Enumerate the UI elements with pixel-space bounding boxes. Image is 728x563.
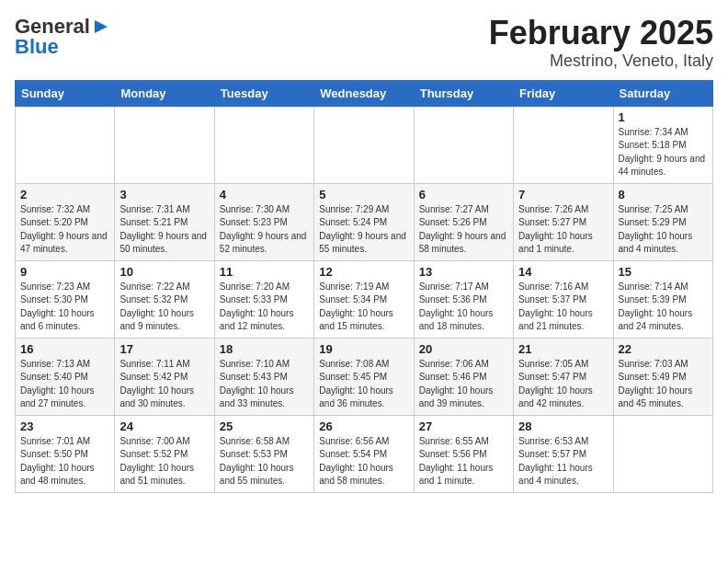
- day-info: Sunrise: 7:29 AM Sunset: 5:24 PM Dayligh…: [319, 203, 408, 257]
- day-info: Sunrise: 7:27 AM Sunset: 5:26 PM Dayligh…: [419, 203, 508, 257]
- day-info: Sunrise: 7:26 AM Sunset: 5:27 PM Dayligh…: [518, 203, 608, 257]
- day-number: 13: [419, 265, 508, 279]
- calendar-cell: 23Sunrise: 7:01 AM Sunset: 5:50 PM Dayli…: [16, 415, 115, 492]
- weekday-header-monday: Monday: [115, 80, 214, 106]
- day-number: 2: [20, 188, 109, 201]
- day-info: Sunrise: 6:56 AM Sunset: 5:54 PM Dayligh…: [319, 435, 408, 488]
- day-number: 27: [419, 419, 508, 433]
- weekday-header-saturday: Saturday: [613, 80, 712, 106]
- day-info: Sunrise: 7:01 AM Sunset: 5:50 PM Dayligh…: [20, 435, 109, 488]
- day-info: Sunrise: 7:23 AM Sunset: 5:30 PM Dayligh…: [20, 281, 109, 334]
- day-number: 4: [220, 188, 309, 201]
- calendar-cell: [115, 106, 214, 183]
- day-number: 10: [119, 265, 209, 279]
- day-info: Sunrise: 7:20 AM Sunset: 5:33 PM Dayligh…: [220, 281, 309, 334]
- weekday-header-friday: Friday: [514, 80, 613, 106]
- calendar-week-3: 9Sunrise: 7:23 AM Sunset: 5:30 PM Daylig…: [16, 260, 713, 338]
- logo: General Blue: [15, 15, 111, 59]
- calendar-cell: 22Sunrise: 7:03 AM Sunset: 5:49 PM Dayli…: [613, 338, 712, 415]
- day-number: 8: [619, 188, 708, 201]
- day-number: 28: [518, 419, 608, 433]
- calendar-cell: [414, 106, 513, 183]
- calendar-cell: 28Sunrise: 6:53 AM Sunset: 5:57 PM Dayli…: [514, 415, 613, 492]
- calendar-subtitle: Mestrino, Veneto, Italy: [489, 52, 713, 71]
- day-info: Sunrise: 7:06 AM Sunset: 5:46 PM Dayligh…: [419, 358, 508, 411]
- day-info: Sunrise: 7:14 AM Sunset: 5:39 PM Dayligh…: [619, 281, 708, 334]
- day-info: Sunrise: 7:25 AM Sunset: 5:29 PM Dayligh…: [619, 203, 708, 257]
- day-number: 12: [319, 265, 408, 279]
- day-number: 25: [220, 419, 309, 433]
- day-info: Sunrise: 7:11 AM Sunset: 5:42 PM Dayligh…: [119, 358, 209, 411]
- day-number: 1: [619, 110, 708, 124]
- day-info: Sunrise: 7:17 AM Sunset: 5:36 PM Dayligh…: [419, 281, 508, 334]
- day-number: 9: [20, 265, 109, 279]
- day-number: 5: [319, 188, 408, 201]
- calendar-cell: 6Sunrise: 7:27 AM Sunset: 5:26 PM Daylig…: [414, 183, 513, 260]
- calendar-cell: [314, 106, 414, 183]
- logo-icon: [91, 17, 111, 37]
- calendar-cell: 13Sunrise: 7:17 AM Sunset: 5:36 PM Dayli…: [414, 260, 513, 338]
- calendar-cell: 15Sunrise: 7:14 AM Sunset: 5:39 PM Dayli…: [613, 260, 712, 338]
- calendar-cell: [613, 415, 712, 492]
- calendar-cell: 3Sunrise: 7:31 AM Sunset: 5:21 PM Daylig…: [115, 183, 214, 260]
- day-number: 21: [518, 342, 608, 356]
- day-info: Sunrise: 7:22 AM Sunset: 5:32 PM Dayligh…: [119, 281, 209, 334]
- day-info: Sunrise: 7:16 AM Sunset: 5:37 PM Dayligh…: [518, 281, 608, 334]
- day-number: 17: [119, 342, 209, 356]
- weekday-header-thursday: Thursday: [414, 80, 513, 106]
- calendar-cell: 19Sunrise: 7:08 AM Sunset: 5:45 PM Dayli…: [314, 338, 414, 415]
- day-info: Sunrise: 7:08 AM Sunset: 5:45 PM Dayligh…: [319, 358, 408, 411]
- day-number: 26: [319, 419, 408, 433]
- calendar-cell: 7Sunrise: 7:26 AM Sunset: 5:27 PM Daylig…: [514, 183, 613, 260]
- day-info: Sunrise: 7:31 AM Sunset: 5:21 PM Dayligh…: [119, 203, 209, 257]
- title-block: February 2025 Mestrino, Veneto, Italy: [489, 15, 713, 71]
- page-header: General Blue February 2025 Mestrino, Ven…: [15, 15, 713, 71]
- logo-blue: Blue: [15, 35, 59, 59]
- day-number: 6: [419, 188, 508, 201]
- day-number: 16: [20, 342, 109, 356]
- calendar-week-4: 16Sunrise: 7:13 AM Sunset: 5:40 PM Dayli…: [16, 338, 713, 415]
- day-info: Sunrise: 6:58 AM Sunset: 5:53 PM Dayligh…: [220, 435, 309, 488]
- calendar-cell: 25Sunrise: 6:58 AM Sunset: 5:53 PM Dayli…: [214, 415, 313, 492]
- svg-marker-0: [95, 20, 108, 33]
- calendar-cell: 9Sunrise: 7:23 AM Sunset: 5:30 PM Daylig…: [16, 260, 115, 338]
- day-info: Sunrise: 7:10 AM Sunset: 5:43 PM Dayligh…: [220, 358, 309, 411]
- calendar-title: February 2025: [489, 15, 713, 52]
- day-number: 19: [319, 342, 408, 356]
- calendar-week-2: 2Sunrise: 7:32 AM Sunset: 5:20 PM Daylig…: [16, 183, 713, 260]
- calendar-cell: 5Sunrise: 7:29 AM Sunset: 5:24 PM Daylig…: [314, 183, 414, 260]
- calendar-cell: 27Sunrise: 6:55 AM Sunset: 5:56 PM Dayli…: [414, 415, 513, 492]
- day-info: Sunrise: 7:03 AM Sunset: 5:49 PM Dayligh…: [619, 358, 708, 411]
- weekday-header-sunday: Sunday: [16, 80, 115, 106]
- day-number: 18: [220, 342, 309, 356]
- day-info: Sunrise: 7:32 AM Sunset: 5:20 PM Dayligh…: [20, 203, 109, 257]
- day-number: 7: [518, 188, 608, 201]
- calendar-cell: 16Sunrise: 7:13 AM Sunset: 5:40 PM Dayli…: [16, 338, 115, 415]
- day-info: Sunrise: 7:00 AM Sunset: 5:52 PM Dayligh…: [119, 435, 209, 488]
- day-info: Sunrise: 7:34 AM Sunset: 5:18 PM Dayligh…: [619, 126, 708, 179]
- day-number: 24: [119, 419, 209, 433]
- calendar-cell: [16, 106, 115, 183]
- calendar-cell: 8Sunrise: 7:25 AM Sunset: 5:29 PM Daylig…: [613, 183, 712, 260]
- calendar-cell: 10Sunrise: 7:22 AM Sunset: 5:32 PM Dayli…: [115, 260, 214, 338]
- calendar-cell: [514, 106, 613, 183]
- weekday-header-tuesday: Tuesday: [214, 80, 313, 106]
- calendar-week-1: 1Sunrise: 7:34 AM Sunset: 5:18 PM Daylig…: [16, 106, 713, 183]
- day-info: Sunrise: 7:13 AM Sunset: 5:40 PM Dayligh…: [20, 358, 109, 411]
- day-number: 20: [419, 342, 508, 356]
- day-info: Sunrise: 7:30 AM Sunset: 5:23 PM Dayligh…: [220, 203, 309, 257]
- calendar-cell: 4Sunrise: 7:30 AM Sunset: 5:23 PM Daylig…: [214, 183, 313, 260]
- calendar-cell: 11Sunrise: 7:20 AM Sunset: 5:33 PM Dayli…: [214, 260, 313, 338]
- day-number: 3: [119, 188, 209, 201]
- calendar-cell: 17Sunrise: 7:11 AM Sunset: 5:42 PM Dayli…: [115, 338, 214, 415]
- weekday-header-row: SundayMondayTuesdayWednesdayThursdayFrid…: [16, 80, 713, 106]
- calendar-cell: 12Sunrise: 7:19 AM Sunset: 5:34 PM Dayli…: [314, 260, 414, 338]
- day-number: 14: [518, 265, 608, 279]
- day-number: 22: [619, 342, 708, 356]
- day-number: 23: [20, 419, 109, 433]
- day-info: Sunrise: 7:19 AM Sunset: 5:34 PM Dayligh…: [319, 281, 408, 334]
- calendar-week-5: 23Sunrise: 7:01 AM Sunset: 5:50 PM Dayli…: [16, 415, 713, 492]
- day-number: 11: [220, 265, 309, 279]
- calendar-cell: 20Sunrise: 7:06 AM Sunset: 5:46 PM Dayli…: [414, 338, 513, 415]
- day-info: Sunrise: 6:55 AM Sunset: 5:56 PM Dayligh…: [419, 435, 508, 488]
